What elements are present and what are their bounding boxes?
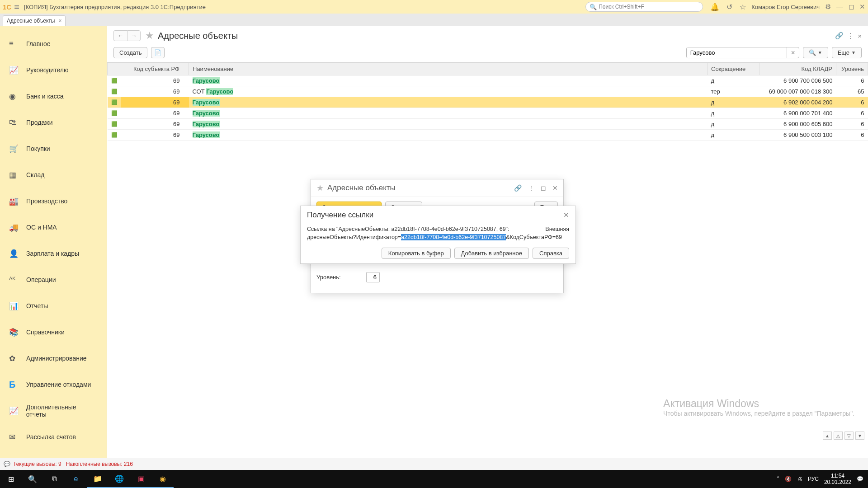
sidebar-item-label: Покупки — [26, 145, 50, 152]
tab-address-objects[interactable]: Адресные объекты × — [3, 15, 66, 26]
favorite-star-icon[interactable]: ★ — [145, 30, 154, 42]
card-close-icon[interactable]: ✕ — [552, 184, 558, 192]
sidebar-item-operations[interactable]: ᴬᴷОперации — [0, 267, 107, 293]
help-button[interactable]: Справка — [533, 248, 569, 259]
scroll-down-icon[interactable]: ▽ — [844, 432, 854, 440]
scroll-up-icon[interactable]: △ — [834, 432, 843, 440]
menu-icon[interactable]: ≡ — [14, 2, 19, 12]
table-row[interactable]: 🟩69Гарусовод6 900 000 605 6006 — [108, 119, 868, 130]
dialog-close-icon[interactable]: ✕ — [563, 211, 569, 219]
link-description: Ссылка на "АдресныеОбъекты: a22db18f-770… — [307, 226, 509, 232]
card-maximize-icon[interactable]: ◻ — [541, 184, 546, 192]
sidebar-item-extra-reports[interactable]: 📈Дополнительные отчеты — [0, 398, 107, 424]
cell-code: 69 — [121, 75, 189, 86]
sidebar-item-manager[interactable]: 📈Руководителю — [0, 57, 107, 83]
panel-close-icon[interactable]: × — [858, 32, 862, 40]
nav-back-button[interactable]: ← — [113, 30, 127, 41]
history-icon[interactable]: ↺ — [726, 3, 732, 11]
sidebar-item-dicts[interactable]: 📚Справочники — [0, 319, 107, 345]
table-row[interactable]: 🟩69Гарусовод6 900 000 701 4006 — [108, 108, 868, 119]
global-search-input[interactable] — [599, 4, 699, 10]
sidebar-item-main[interactable]: ≡Главное — [0, 31, 107, 57]
tab-close-icon[interactable]: × — [58, 18, 61, 24]
table-row[interactable]: 🟩69СОТ Гарусовотер69 000 007 000 018 300… — [108, 86, 868, 97]
minimize-icon[interactable]: — — [836, 3, 843, 11]
sidebar-item-salary[interactable]: 👤Зарплата и кадры — [0, 240, 107, 267]
maximize-icon[interactable]: ◻ — [849, 3, 854, 11]
cell-name: Гарусово — [189, 130, 708, 141]
col-code[interactable]: Код субъекта РФ — [108, 63, 189, 75]
scroll-bottom-icon[interactable]: ▼ — [855, 432, 864, 440]
sidebar-item-assets[interactable]: 🚚ОС и НМА — [0, 214, 107, 240]
create-button[interactable]: Создать — [113, 47, 147, 58]
more-button[interactable]: Еще▼ — [832, 47, 862, 58]
dialog-title: Получение ссылки — [307, 211, 563, 220]
tray-volume-icon[interactable]: 🔇 — [785, 476, 792, 482]
taskview-button[interactable]: ⧉ — [43, 470, 65, 488]
chrome-icon[interactable]: 🌐 — [108, 470, 130, 488]
sidebar-item-purchases[interactable]: 🛒Покупки — [0, 136, 107, 162]
1c-app-icon[interactable]: ◉ — [152, 470, 174, 488]
sidebar-item-waste[interactable]: БУправление отходами — [0, 371, 107, 398]
tray-clock[interactable]: 11:54 20.01.2022 — [824, 473, 851, 486]
list-search-input[interactable] — [687, 47, 787, 58]
tray-printer-icon[interactable]: 🖨 — [797, 476, 802, 482]
sidebar-item-reports[interactable]: 📊Отчеты — [0, 293, 107, 319]
nav-forward-button[interactable]: → — [127, 30, 141, 41]
kebab-icon[interactable]: ⋮ — [847, 32, 854, 40]
close-icon[interactable]: ✕ — [859, 3, 865, 11]
row-icon: 🟩 — [108, 130, 121, 141]
table-row[interactable]: 🟩69Гарусовод6 900 500 003 1006 — [108, 130, 868, 141]
sidebar-item-mailing[interactable]: ✉Рассылка счетов — [0, 424, 107, 450]
ie-icon[interactable]: e — [65, 470, 87, 488]
card-kebab-icon[interactable]: ⋮ — [528, 184, 534, 192]
scroll-top-icon[interactable]: ▲ — [823, 432, 832, 440]
sidebar-item-admin[interactable]: ✿Администрирование — [0, 345, 107, 371]
cell-abbr: д — [708, 108, 760, 119]
status-current-calls: Текущие вызовы: 9 — [13, 461, 61, 467]
col-level[interactable]: Уровень — [836, 63, 868, 75]
settings-icon[interactable]: ⚙ — [825, 3, 831, 11]
bell-icon[interactable]: 🔔 — [710, 3, 719, 11]
explorer-icon[interactable]: 📁 — [87, 470, 108, 488]
toolbar: Создать 📄 × 🔍▼ Еще▼ — [107, 45, 868, 62]
global-search[interactable]: 🔍 — [585, 2, 703, 12]
cell-name: Гарусово — [189, 108, 708, 119]
titlebar: 1С ≡ [КОПИЯ] Бухгалтерия предприятия, ре… — [0, 0, 868, 14]
sidebar-item-warehouse[interactable]: ▦Склад — [0, 162, 107, 188]
sidebar-item-production[interactable]: 🏭Производство — [0, 188, 107, 214]
external-link-label[interactable]: Внешняя — [545, 226, 569, 232]
page-header: ← → ★ Адресные объекты 🔗 ⋮ × — [107, 26, 868, 45]
start-button[interactable]: ⊞ — [0, 470, 22, 488]
add-favorite-button[interactable]: Добавить в избранное — [454, 248, 529, 259]
copy-button[interactable]: 📄 — [151, 47, 165, 58]
tray-notifications-icon[interactable]: 💬 — [857, 476, 863, 482]
tray-chevron-icon[interactable]: ˄ — [777, 476, 779, 482]
row-icon: 🟩 — [108, 97, 121, 108]
table-row[interactable]: 🟩69Гарусовод6 900 700 006 5006 — [108, 75, 868, 86]
sidebar-item-sales[interactable]: 🛍Продажи — [0, 109, 107, 136]
windows-taskbar: ⊞ 🔍 ⧉ e 📁 🌐 ▣ ◉ ˄ 🔇 🖨 РУС 11:54 20.01.20… — [0, 470, 868, 488]
app1-icon[interactable]: ▣ — [130, 470, 152, 488]
link-icon[interactable]: 🔗 — [835, 32, 844, 40]
copy-to-clipboard-button[interactable]: Копировать в буфер — [382, 248, 451, 259]
tray-lang[interactable]: РУС — [808, 476, 819, 482]
search-button[interactable]: 🔍 — [22, 470, 43, 488]
app-logo: 1С — [3, 3, 11, 11]
status-info-icon[interactable]: 💬 — [4, 461, 10, 467]
card-link-icon[interactable]: 🔗 — [514, 184, 522, 192]
cell-name: Гарусово — [189, 119, 708, 130]
col-abbr[interactable]: Сокращение — [708, 63, 760, 75]
table-row[interactable]: 🟩69Гарусовод6 902 000 004 2006 — [108, 97, 868, 108]
level-value[interactable]: 6 — [366, 272, 380, 282]
find-button[interactable]: 🔍▼ — [803, 47, 828, 58]
col-name[interactable]: Наименование — [189, 63, 708, 75]
cell-kladr: 6 900 700 006 500 — [760, 75, 836, 86]
link-url-field[interactable]: дресныеОбъекты?Идентификатор=a22db18f-77… — [307, 234, 569, 240]
star-icon[interactable]: ☆ — [740, 3, 746, 11]
clear-search-icon[interactable]: × — [787, 47, 798, 58]
user-label[interactable]: Комаров Егор Сергеевич — [751, 4, 820, 10]
card-star-icon[interactable]: ★ — [316, 183, 324, 193]
sidebar-item-bank[interactable]: ◉Банк и касса — [0, 83, 107, 109]
col-kladr[interactable]: Код КЛАДР — [760, 63, 836, 75]
